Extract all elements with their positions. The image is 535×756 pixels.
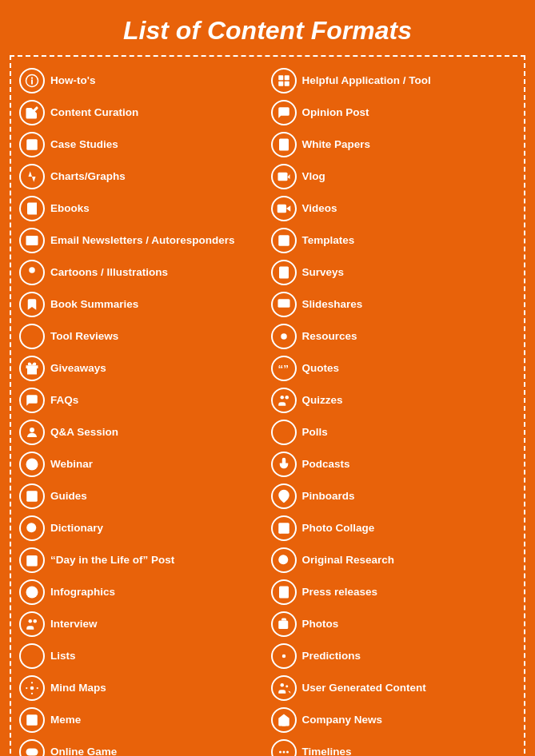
svg-point-82 <box>281 333 287 340</box>
qa-icon <box>19 420 45 445</box>
svg-line-103 <box>286 563 289 565</box>
svg-rect-106 <box>279 587 289 599</box>
svg-rect-62 <box>284 82 289 86</box>
email-icon <box>19 228 45 253</box>
columns: How-to'sContent CurationCase StudiesChar… <box>18 65 517 756</box>
video-icon <box>271 196 297 221</box>
list-item: Online Game <box>18 736 266 756</box>
cartoon-icon <box>19 260 45 285</box>
item-label: Book Summaries <box>50 298 138 311</box>
list-item: Photos <box>269 608 518 640</box>
list-item: Infographics <box>18 576 266 608</box>
list-item: Templates <box>269 225 518 257</box>
item-label: Opinion Post <box>302 106 369 119</box>
svg-point-42 <box>30 686 34 690</box>
svg-point-34 <box>34 619 38 623</box>
svg-rect-71 <box>277 205 285 213</box>
whitepaper-icon <box>271 132 297 157</box>
list-item: Pinboards <box>269 480 518 512</box>
list-item: Webinar <box>18 448 266 480</box>
item-label: Slideshares <box>302 298 363 311</box>
photo-icon <box>271 515 297 541</box>
item-label: Infographics <box>50 586 115 599</box>
meme-icon <box>19 707 45 733</box>
opinion-icon <box>271 100 297 125</box>
list-item: Timelines <box>269 736 518 756</box>
svg-point-57 <box>34 751 35 753</box>
page-container: List of Content Formats How-to'sContent … <box>0 0 535 756</box>
list-item: Resources <box>269 320 518 352</box>
pin-icon <box>271 483 297 509</box>
svg-rect-20 <box>26 491 38 502</box>
svg-rect-59 <box>278 75 283 80</box>
right-column: Helpful Application / ToolOpinion PostWh… <box>269 65 518 756</box>
list-item: Photo Collage <box>269 512 518 544</box>
game-icon <box>19 739 45 756</box>
svg-line-85 <box>279 332 280 332</box>
chart-icon <box>19 164 45 189</box>
svg-point-112 <box>281 655 285 659</box>
infographic-icon <box>19 579 45 605</box>
svg-point-50 <box>37 687 38 689</box>
svg-rect-51 <box>26 714 38 726</box>
research-icon <box>271 547 297 573</box>
svg-rect-65 <box>279 139 289 151</box>
list-item: Charts/Graphs <box>18 161 266 193</box>
item-label: Company News <box>302 714 383 726</box>
item-label: Case Studies <box>50 138 118 151</box>
list-item: Videos <box>269 193 518 225</box>
list-item: Original Research <box>269 544 518 576</box>
item-label: Photo Collage <box>302 522 375 535</box>
guide-icon <box>19 483 45 509</box>
svg-rect-72 <box>278 235 289 246</box>
ebook-icon <box>19 196 45 221</box>
svg-point-99 <box>281 493 285 497</box>
list-item: Case Studies <box>18 129 266 161</box>
item-label: Helpful Application / Tool <box>302 74 431 87</box>
svg-point-29 <box>31 561 34 563</box>
item-label: Predictions <box>302 650 361 662</box>
svg-point-102 <box>278 555 288 564</box>
list-item: Cartoons / Illustrations <box>18 257 266 288</box>
svg-point-111 <box>281 623 282 625</box>
item-label: Surveys <box>302 266 345 279</box>
list-item: Vlog <box>269 161 518 193</box>
item-label: Pinboards <box>302 490 355 503</box>
svg-rect-60 <box>284 75 289 80</box>
svg-point-91 <box>285 396 289 400</box>
item-label: Giveaways <box>50 362 106 375</box>
edit-icon <box>19 100 45 125</box>
day-icon <box>19 547 45 573</box>
list-item: Polls <box>269 416 518 448</box>
svg-line-11 <box>27 332 37 341</box>
mindmap-icon <box>19 675 45 701</box>
list-item: Mind Maps <box>18 672 266 704</box>
item-label: White Papers <box>302 138 371 151</box>
poll-icon <box>271 420 297 445</box>
press-icon <box>271 579 297 605</box>
item-label: Photos <box>302 618 339 631</box>
item-label: Vlog <box>302 170 325 183</box>
svg-point-9 <box>30 269 32 271</box>
svg-point-49 <box>26 687 27 689</box>
item-label: Interview <box>50 618 98 631</box>
list-item: Q&A Session <box>18 416 266 448</box>
item-label: Dictionary <box>50 522 103 535</box>
svg-point-47 <box>31 682 33 683</box>
item-label: Press releases <box>302 586 378 599</box>
svg-rect-13 <box>26 365 38 368</box>
list-item: Surveys <box>269 257 518 288</box>
item-label: Meme <box>50 714 81 726</box>
list-item: Content Curation <box>18 97 266 129</box>
svg-line-24 <box>34 531 37 533</box>
svg-point-90 <box>280 396 284 400</box>
list-item: Tool Reviews <box>18 320 266 352</box>
svg-line-12 <box>27 332 37 341</box>
svg-point-118 <box>286 751 289 754</box>
item-label: Podcasts <box>302 458 350 471</box>
svg-point-52 <box>29 717 30 718</box>
item-label: Original Research <box>302 554 395 567</box>
item-label: Polls <box>302 426 328 439</box>
list-item: Guides <box>18 480 266 512</box>
svg-point-10 <box>33 269 34 271</box>
